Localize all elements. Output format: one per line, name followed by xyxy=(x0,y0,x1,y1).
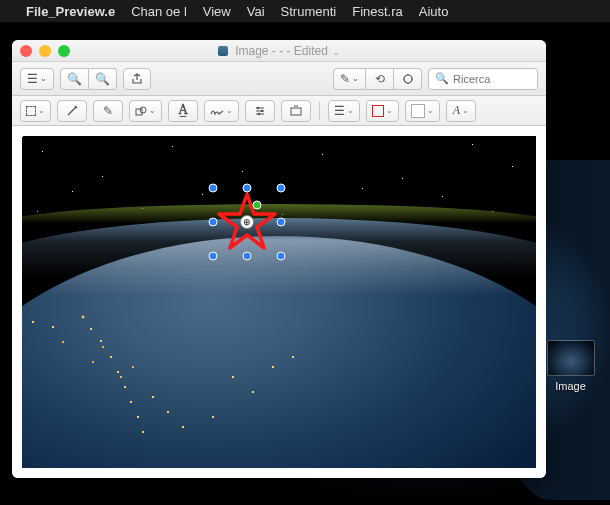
canvas-area: ⊕ xyxy=(12,126,546,478)
shape-edit-handle[interactable] xyxy=(253,201,262,210)
selection-icon xyxy=(26,106,36,116)
fill-color-tool[interactable]: ⌄ xyxy=(405,100,440,122)
app-menu[interactable]: File_Preview.e xyxy=(26,4,115,19)
search-field[interactable]: 🔍 xyxy=(428,68,538,90)
highlight-button[interactable]: ✎⌄ xyxy=(333,68,366,90)
text-icon: A̲ xyxy=(179,103,188,118)
sliders-icon xyxy=(254,105,266,117)
text-tool[interactable]: A̲ xyxy=(168,100,198,122)
menu-edit[interactable]: Chan oe l xyxy=(131,4,187,19)
menubar: File_Preview.e Chan oe l View Vai Strume… xyxy=(0,0,610,22)
preview-window: Image - - - Edited ⌄ ☰⌄ 🔍 🔍 ✎⌄ xyxy=(12,40,546,478)
markup-toggle-button[interactable] xyxy=(394,68,422,90)
resize-handle-sw[interactable] xyxy=(209,252,218,261)
sketch-tool[interactable]: ✎ xyxy=(93,100,123,122)
svg-point-2 xyxy=(140,107,146,113)
border-color-tool[interactable]: ⌄ xyxy=(366,100,399,122)
line-weight-tool[interactable]: ☰⌄ xyxy=(328,100,360,122)
document-proxy-icon[interactable] xyxy=(218,46,228,56)
text-style-tool[interactable]: A⌄ xyxy=(446,100,476,122)
shapes-tool[interactable]: ⌄ xyxy=(129,100,162,122)
zoom-out-icon: 🔍 xyxy=(67,72,82,86)
zoom-in-icon: 🔍 xyxy=(95,72,110,86)
traffic-lights xyxy=(20,45,70,57)
toolbar-divider xyxy=(319,102,320,120)
minimize-button[interactable] xyxy=(39,45,51,57)
toolbox-icon xyxy=(401,73,415,85)
menu-go[interactable]: Vai xyxy=(247,4,265,19)
titlebar[interactable]: Image - - - Edited ⌄ xyxy=(12,40,546,62)
share-icon xyxy=(131,73,143,85)
shapes-icon xyxy=(135,105,147,117)
rotate-icon: ⟲ xyxy=(375,72,385,86)
resize-handle-n[interactable] xyxy=(243,184,252,193)
pen-icon: ✎ xyxy=(340,72,350,86)
svg-point-4 xyxy=(261,109,264,112)
window-title: Image - - - Edited ⌄ xyxy=(12,44,546,58)
svg-point-0 xyxy=(404,75,412,83)
resize-handle-se[interactable] xyxy=(277,252,286,261)
zoom-out-button[interactable]: 🔍 xyxy=(60,68,89,90)
file-label: Image xyxy=(543,380,598,392)
resize-handle-w[interactable] xyxy=(209,218,218,227)
zoom-button[interactable] xyxy=(58,45,70,57)
instant-alpha-tool[interactable] xyxy=(57,100,87,122)
wand-icon xyxy=(66,105,78,117)
resize-handle-s[interactable] xyxy=(243,252,252,261)
share-button[interactable] xyxy=(123,68,151,90)
resize-handle-ne[interactable] xyxy=(277,184,286,193)
sign-tool[interactable]: ⌄ xyxy=(204,100,239,122)
svg-point-3 xyxy=(257,106,260,109)
zoom-in-button[interactable]: 🔍 xyxy=(89,68,117,90)
sidebar-icon: ☰ xyxy=(27,72,38,86)
border-swatch-icon xyxy=(372,105,384,117)
star-annotation[interactable]: ⊕ xyxy=(217,192,277,252)
window-title-text: Image - - - Edited xyxy=(235,44,328,58)
main-toolbar: ☰⌄ 🔍 🔍 ✎⌄ ⟲ xyxy=(12,62,546,96)
pencil-icon: ✎ xyxy=(103,104,113,118)
resize-icon xyxy=(290,105,302,117)
fill-swatch-icon xyxy=(411,104,425,118)
menu-view[interactable]: View xyxy=(203,4,231,19)
signature-icon xyxy=(210,106,224,116)
lines-icon: ☰ xyxy=(334,104,345,118)
menu-help[interactable]: Aiuto xyxy=(419,4,449,19)
desktop-file-icon[interactable]: Image xyxy=(543,340,598,392)
adjust-color-tool[interactable] xyxy=(245,100,275,122)
svg-point-5 xyxy=(258,112,261,115)
resize-handle-nw[interactable] xyxy=(209,184,218,193)
title-chevron-icon[interactable]: ⌄ xyxy=(333,48,340,57)
file-thumbnail xyxy=(547,340,595,376)
image-content[interactable]: ⊕ xyxy=(22,136,536,468)
adjust-size-tool[interactable] xyxy=(281,100,311,122)
search-input[interactable] xyxy=(453,73,531,85)
font-icon: A xyxy=(453,103,460,118)
search-icon: 🔍 xyxy=(435,72,449,85)
resize-handle-e[interactable] xyxy=(277,218,286,227)
svg-rect-6 xyxy=(291,108,301,115)
rotate-button[interactable]: ⟲ xyxy=(366,68,394,90)
image-earth xyxy=(22,236,536,468)
menu-window[interactable]: Finest.ra xyxy=(352,4,403,19)
markup-toolbar: ⌄ ✎ ⌄ A̲ ⌄ ☰⌄ ⌄ ⌄ xyxy=(12,96,546,126)
rotate-handle[interactable]: ⊕ xyxy=(240,215,254,229)
sidebar-view-button[interactable]: ☰⌄ xyxy=(20,68,54,90)
close-button[interactable] xyxy=(20,45,32,57)
selection-tool[interactable]: ⌄ xyxy=(20,100,51,122)
menu-tools[interactable]: Strumenti xyxy=(281,4,337,19)
